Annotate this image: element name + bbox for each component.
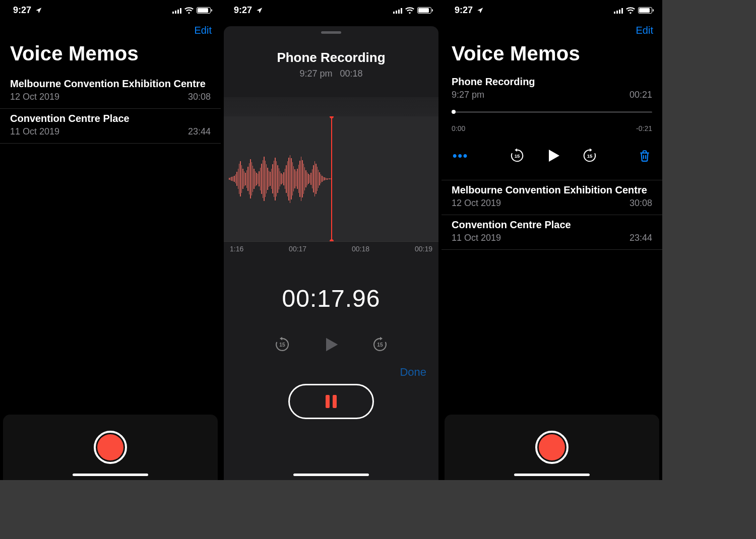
home-indicator[interactable] [514, 474, 590, 476]
play-icon[interactable] [321, 334, 341, 355]
memo-date: 12 Oct 2019 [452, 198, 501, 209]
svg-text:15: 15 [514, 153, 520, 159]
memo-duration: 30:08 [629, 198, 652, 209]
scrubber[interactable] [452, 110, 652, 119]
ruler-tick: 00:19 [415, 245, 432, 253]
memo-list-item[interactable]: Melbourne Convention Exhibition Centre 1… [0, 74, 221, 109]
memo-title: Melbourne Convention Exhibition Centre [10, 78, 211, 90]
selected-memo[interactable]: Phone Recording 9:27 pm 00:21 0:00 -0:21… [442, 74, 662, 180]
ruler-tick: 00:18 [352, 245, 369, 253]
pause-button[interactable] [288, 384, 374, 419]
cellular-icon [614, 8, 623, 14]
home-indicator[interactable] [73, 474, 148, 476]
svg-text:15: 15 [587, 153, 592, 159]
memo-date: 12 Oct 2019 [10, 92, 59, 102]
memo-date: 9:27 pm [452, 90, 484, 100]
edit-button[interactable]: Edit [195, 25, 212, 36]
svg-text:15: 15 [377, 342, 383, 348]
wifi-icon [405, 7, 414, 14]
elapsed-time: 00:17.96 [282, 285, 381, 312]
memo-duration: 00:21 [629, 90, 652, 100]
screen-memo-list: 9:27 Edit Voice Memos Melbourne Conventi… [0, 0, 221, 480]
battery-icon [417, 7, 431, 14]
memo-date: 11 Oct 2019 [10, 126, 59, 137]
skip-forward-15-icon[interactable]: 15 [371, 336, 389, 353]
scrub-remaining: -0:21 [636, 124, 652, 132]
memo-duration: 23:44 [188, 126, 211, 137]
memo-title: Melbourne Convention Exhibition Centre [452, 184, 652, 196]
nav-bar: Edit [0, 18, 221, 38]
time-ruler: 1:16 00:17 00:18 00:19 [224, 242, 438, 253]
battery-icon [197, 7, 211, 14]
page-title: Voice Memos [0, 38, 221, 74]
sheet-grabber[interactable] [321, 31, 341, 34]
location-icon [256, 7, 263, 14]
cellular-icon [172, 8, 181, 14]
skip-back-15-icon[interactable]: 15 [274, 336, 291, 353]
memo-title: Convention Centre Place [10, 113, 211, 124]
playback-controls: 15 15 [274, 334, 389, 355]
memo-list-item[interactable]: Melbourne Convention Exhibition Centre 1… [442, 180, 662, 215]
record-icon [539, 434, 565, 460]
record-dock [3, 415, 218, 480]
scrub-start: 0:00 [452, 124, 465, 132]
status-time: 9:27 [13, 5, 31, 16]
more-options-button[interactable]: ••• [453, 149, 468, 163]
home-indicator[interactable] [293, 474, 369, 476]
location-icon [477, 7, 484, 14]
recording-elapsed-short: 00:18 [340, 69, 363, 79]
wifi-icon [184, 7, 194, 14]
svg-text:15: 15 [279, 342, 285, 348]
record-dock [445, 415, 659, 480]
memo-title: Phone Recording [452, 76, 652, 88]
recording-time-of-day: 9:27 pm [299, 69, 332, 79]
location-icon [35, 7, 42, 14]
screen-recording: 9:27 Phone Recording 9:27 pm 00:18 [221, 0, 442, 480]
nav-bar: Edit [442, 18, 662, 38]
status-time: 9:27 [455, 5, 473, 16]
status-bar: 9:27 [221, 0, 442, 18]
recording-title[interactable]: Phone Recording [277, 50, 385, 65]
waveform-icon [224, 116, 331, 241]
waveform-area[interactable]: 1:16 00:17 00:18 00:19 [224, 97, 438, 262]
recording-subinfo: 9:27 pm 00:18 [299, 69, 362, 79]
play-button[interactable] [544, 147, 562, 165]
record-icon [97, 434, 123, 460]
cellular-icon [393, 8, 402, 14]
edit-button[interactable]: Edit [636, 25, 653, 36]
memo-title: Convention Centre Place [452, 219, 652, 231]
status-bar: 9:27 [442, 0, 662, 18]
status-bar: 9:27 [0, 0, 221, 18]
memo-date: 11 Oct 2019 [452, 233, 501, 243]
record-button[interactable] [535, 431, 569, 464]
delete-button[interactable] [638, 148, 651, 163]
memo-list-item[interactable]: Convention Centre Place 11 Oct 2019 23:4… [442, 215, 662, 250]
ruler-tick: 1:16 [230, 245, 243, 253]
screen-memo-expanded: 9:27 Edit Voice Memos Phone Recording 9:… [442, 0, 662, 480]
memo-list-item[interactable]: Convention Centre Place 11 Oct 2019 23:4… [0, 109, 221, 144]
record-button[interactable] [94, 431, 127, 464]
playhead-icon[interactable] [331, 116, 332, 241]
skip-back-15-icon[interactable]: 15 [509, 148, 525, 164]
page-title: Voice Memos [442, 38, 662, 74]
ruler-tick: 00:17 [289, 245, 306, 253]
pause-icon [326, 395, 337, 408]
status-time: 9:27 [234, 5, 252, 16]
scrubber-thumb-icon[interactable] [452, 110, 456, 114]
done-button[interactable]: Done [400, 366, 426, 379]
recording-sheet: Phone Recording 9:27 pm 00:18 1:16 00:17… [224, 26, 438, 480]
battery-icon [638, 7, 652, 14]
skip-forward-15-icon[interactable]: 15 [582, 148, 598, 164]
memo-duration: 30:08 [188, 92, 211, 102]
memo-duration: 23:44 [629, 233, 652, 243]
wifi-icon [626, 7, 635, 14]
